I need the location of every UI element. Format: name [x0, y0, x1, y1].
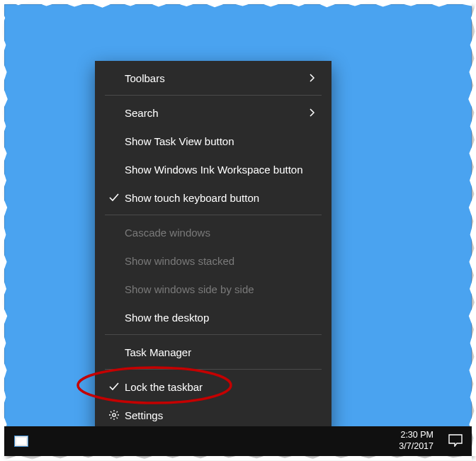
menu-item-settings[interactable]: Settings [95, 401, 332, 429]
check-icon [105, 192, 123, 203]
menu-item-show-windows-side-by-side: Show windows side by side [95, 275, 332, 303]
menu-separator [105, 334, 322, 335]
taskbar-time: 2:30 PM [399, 430, 434, 441]
action-center-button[interactable] [439, 426, 472, 456]
menu-item-label: Settings [123, 409, 319, 421]
menu-item-cascade-windows: Cascade windows [95, 218, 332, 246]
torn-edge [4, 0, 472, 8]
menu-item-label: Toolbars [123, 72, 309, 84]
menu-item-show-ink-workspace[interactable]: Show Windows Ink Workspace button [95, 155, 332, 183]
svg-point-0 [113, 414, 115, 416]
chevron-right-icon [309, 73, 319, 83]
menu-item-show-the-desktop[interactable]: Show the desktop [95, 303, 332, 331]
menu-item-lock-the-taskbar[interactable]: Lock the taskbar [95, 372, 332, 401]
menu-item-label: Cascade windows [123, 227, 319, 239]
menu-item-show-task-view[interactable]: Show Task View button [95, 127, 332, 155]
taskbar-date: 3/7/2017 [399, 441, 434, 453]
menu-item-label: Show touch keyboard button [123, 192, 319, 204]
menu-item-label: Task Manager [123, 346, 319, 358]
menu-item-label: Lock the taskbar [123, 381, 319, 393]
check-icon [105, 381, 123, 392]
svg-line-7 [110, 418, 112, 419]
menu-item-show-windows-stacked: Show windows stacked [95, 246, 332, 275]
menu-item-search[interactable]: Search [95, 98, 332, 127]
torn-edge [0, 4, 8, 456]
notification-icon [448, 434, 463, 449]
menu-item-label: Show the desktop [123, 312, 319, 324]
taskbar-clock[interactable]: 2:30 PM 3/7/2017 [393, 430, 439, 452]
gear-icon [105, 409, 123, 421]
menu-item-label: Show Task View button [123, 135, 319, 147]
torn-edge [468, 4, 476, 456]
taskbar-context-menu: Toolbars Search Show Task View button Sh… [95, 61, 332, 433]
menu-item-show-touch-keyboard[interactable]: Show touch keyboard button [95, 183, 332, 212]
menu-item-toolbars[interactable]: Toolbars [95, 64, 332, 92]
svg-line-8 [117, 411, 118, 413]
menu-item-task-manager[interactable]: Task Manager [95, 338, 332, 366]
menu-separator [105, 215, 322, 215]
menu-separator [105, 95, 322, 96]
chevron-right-icon [309, 108, 319, 118]
taskbar[interactable]: 2:30 PM 3/7/2017 [4, 426, 472, 456]
menu-item-label: Show Windows Ink Workspace button [123, 164, 319, 176]
menu-item-label: Show windows side by side [123, 283, 319, 295]
menu-item-label: Search [123, 107, 309, 119]
app-icon [14, 436, 28, 447]
desktop-area: Toolbars Search Show Task View button Sh… [4, 4, 472, 456]
svg-line-6 [117, 418, 118, 419]
svg-line-5 [110, 411, 112, 413]
menu-item-label: Show windows stacked [123, 255, 319, 267]
taskbar-app-button[interactable] [4, 426, 38, 456]
menu-separator [105, 369, 322, 370]
